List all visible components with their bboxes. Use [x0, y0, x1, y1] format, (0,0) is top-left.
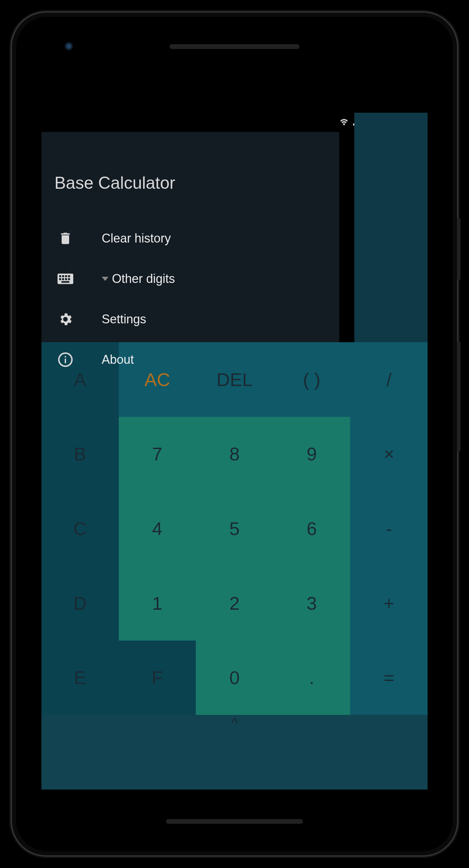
key-divide[interactable]: / — [350, 342, 428, 417]
app-title: Base Calculator — [41, 132, 339, 193]
key-9[interactable]: 9 — [273, 417, 351, 492]
caret-up-icon: ^ — [231, 715, 238, 732]
info-icon — [56, 352, 74, 368]
phone-bottom-speaker — [166, 819, 303, 824]
svg-rect-8 — [68, 278, 70, 280]
key-hex-e[interactable]: E — [41, 641, 119, 715]
svg-rect-11 — [65, 359, 66, 363]
key-hex-b[interactable]: B — [41, 417, 119, 492]
key-6[interactable]: 6 — [273, 491, 351, 566]
phone-screen: 87% 07:00 8 — [41, 113, 428, 790]
menu-label: About — [102, 352, 134, 367]
gear-icon — [56, 311, 74, 327]
svg-rect-4 — [68, 275, 70, 277]
key-8[interactable]: 8 — [196, 417, 273, 492]
svg-rect-12 — [65, 356, 66, 357]
overflow-menu-panel: Base Calculator Clear history — [41, 132, 339, 342]
keypad-expand-row[interactable]: ^ — [41, 715, 428, 790]
menu-label: Other digits — [112, 272, 175, 286]
key-2[interactable]: 2 — [196, 566, 273, 641]
key-1[interactable]: 1 — [119, 566, 196, 641]
svg-rect-9 — [62, 281, 69, 283]
key-subtract[interactable]: - — [350, 491, 428, 566]
key-multiply[interactable]: × — [350, 417, 428, 492]
svg-rect-7 — [65, 278, 67, 280]
key-0[interactable]: 0 — [196, 641, 273, 715]
key-3[interactable]: 3 — [273, 566, 351, 641]
menu-settings[interactable]: Settings — [41, 299, 339, 339]
key-decimal[interactable]: . — [273, 641, 351, 715]
menu-label: Clear history — [102, 231, 171, 246]
key-5[interactable]: 5 — [196, 491, 273, 566]
svg-rect-6 — [62, 278, 64, 280]
svg-rect-1 — [59, 275, 61, 277]
key-4[interactable]: 4 — [119, 491, 196, 566]
menu-other-digits[interactable]: Other digits — [41, 259, 339, 299]
menu-label: Settings — [102, 312, 146, 326]
svg-rect-5 — [59, 278, 61, 280]
keyboard-icon — [56, 273, 74, 285]
key-hex-c[interactable]: C — [41, 491, 119, 566]
wifi-icon — [339, 118, 349, 126]
menu-items: Clear history Other digits — [41, 218, 339, 380]
phone-front-camera — [64, 41, 74, 51]
key-equals[interactable]: = — [350, 641, 428, 715]
key-7[interactable]: 7 — [119, 417, 196, 492]
keypad: A AC DEL ( ) / B 7 8 9 × C 4 5 — [41, 342, 428, 790]
phone-bezel: 87% 07:00 8 — [16, 17, 453, 851]
menu-clear-history[interactable]: Clear history — [41, 218, 339, 259]
key-hex-f[interactable]: F — [119, 641, 196, 715]
key-hex-d[interactable]: D — [41, 566, 119, 641]
menu-about[interactable]: About — [41, 339, 339, 380]
phone-side-button — [457, 218, 460, 280]
chevron-down-icon — [102, 277, 109, 281]
trash-icon — [56, 231, 74, 246]
key-add[interactable]: + — [350, 566, 428, 641]
app-content: 8 2 a A AC DEL ( ) / — [41, 132, 428, 790]
phone-earpiece — [169, 44, 300, 49]
svg-rect-3 — [65, 275, 67, 277]
phone-volume-button — [457, 342, 460, 451]
svg-rect-2 — [62, 275, 64, 277]
phone-device-frame: 87% 07:00 8 — [12, 13, 457, 855]
